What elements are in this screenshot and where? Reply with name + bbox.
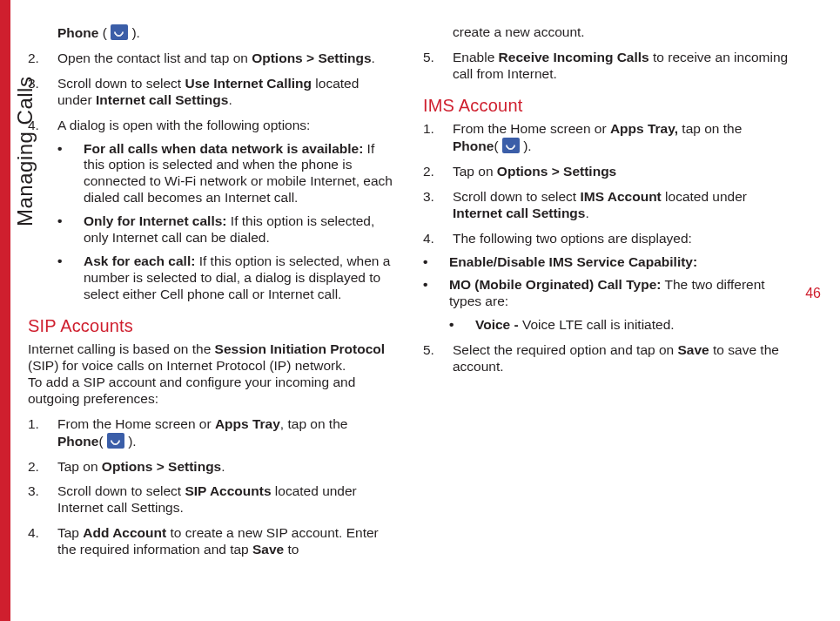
text-bold: MO (Mobile Orginated) Call Type: — [449, 277, 661, 292]
bullet-icon: • — [423, 277, 449, 310]
list-item: 3. Scroll down to select SIP Accounts lo… — [28, 483, 393, 516]
text: From the Home screen or — [453, 121, 610, 136]
text: Scroll down to select — [57, 76, 185, 91]
text: From the Home screen or — [57, 416, 215, 431]
list-item: • For all calls when data network is ava… — [57, 141, 393, 207]
bullet-body: Voice - Voice LTE call is initiated. — [475, 317, 789, 334]
bullet-icon: • — [57, 253, 84, 303]
text: . — [585, 206, 588, 220]
list-item: 5. Select the required option and tap on… — [423, 342, 789, 375]
step-body: Scroll down to select Use Internet Calli… — [57, 76, 393, 109]
step-number: 1. — [423, 121, 453, 155]
column-left: Phone ( ). 2. Open the contact list and … — [28, 24, 393, 558]
text: ( — [494, 138, 501, 153]
bullet-list-ims: • Enable/Disable IMS Service Capability:… — [423, 254, 789, 311]
text-bold: Internet call Settings — [96, 92, 228, 107]
continued-line: Phone ( ). — [28, 24, 393, 42]
text-bold: Save — [678, 342, 709, 357]
ordered-steps-ims: 1. From the Home screen or Apps Tray, ta… — [423, 121, 789, 246]
phone-icon — [502, 138, 520, 153]
step-body: From the Home screen or Apps Tray, tap o… — [453, 121, 789, 155]
text-bold: Ask for each call: — [84, 253, 195, 268]
heading-sip-accounts: SIP Accounts — [28, 315, 393, 336]
text: Select the required option and tap on — [453, 342, 678, 357]
bullet-icon: • — [423, 254, 449, 271]
paragraph: Internet calling is based on the Session… — [28, 341, 393, 375]
text-bold: Enable/Disable IMS Service Capability: — [449, 254, 789, 271]
list-item: 1. From the Home screen or Apps Tray, ta… — [28, 416, 393, 450]
bullet-icon: • — [449, 317, 475, 334]
step-body: Tap Add Account to create a new SIP acco… — [57, 525, 393, 558]
list-item: • Voice - Voice LTE call is initiated. — [449, 317, 789, 334]
step-number: 2. — [28, 51, 57, 67]
phone-icon — [111, 24, 128, 40]
step-body: Enable Receive Incoming Calls to receive… — [453, 50, 789, 83]
step-body: Scroll down to select IMS Account locate… — [453, 189, 789, 222]
text-bold: Options > Settings — [252, 51, 371, 65]
sub-block: • For all calls when data network is ava… — [28, 141, 393, 303]
text-bold: Only for Internet calls: — [84, 213, 227, 228]
bullet-icon: • — [57, 141, 84, 207]
text-bold: IMS Account — [580, 189, 661, 204]
list-item: 3. Scroll down to select Use Internet Ca… — [28, 76, 393, 109]
bullet-body: For all calls when data network is avail… — [84, 141, 393, 207]
phone-icon — [107, 433, 124, 449]
step-number: 4. — [423, 231, 453, 247]
step-body: The following two options are displayed: — [453, 231, 789, 247]
text: tap on the — [678, 121, 742, 136]
text: Enable — [453, 50, 499, 64]
step-number: 5. — [423, 50, 453, 83]
text: ( — [98, 25, 111, 40]
step-number: 3. — [423, 189, 453, 222]
list-item: 5. Enable Receive Incoming Calls to rece… — [423, 50, 789, 83]
text: ). — [124, 434, 137, 449]
text-bold: Save — [252, 542, 284, 557]
list-item: • MO (Mobile Orginated) Call Type: The t… — [423, 277, 789, 310]
list-item: • Enable/Disable IMS Service Capability: — [423, 254, 789, 271]
list-item: • Ask for each call: If this option is s… — [57, 253, 393, 303]
text: . — [372, 51, 375, 65]
ordered-steps: 2. Open the contact list and tap on Opti… — [28, 51, 393, 134]
text: ( — [98, 434, 106, 449]
text: to — [284, 542, 299, 557]
step-body: Scroll down to select SIP Accounts locat… — [57, 483, 393, 516]
step-body: Tap on Options > Settings — [453, 164, 789, 180]
text-bold: Apps Tray — [215, 416, 280, 431]
list-item: 4. The following two options are display… — [423, 231, 789, 247]
step-number: 3. — [28, 483, 57, 516]
text-bold: Voice - — [475, 317, 519, 332]
list-item: 4. A dialog is open with the following o… — [28, 118, 393, 134]
step-number: 2. — [423, 164, 453, 180]
text: Tap on — [453, 164, 497, 179]
text: Tap on — [57, 459, 102, 474]
list-item: • Only for Internet calls: If this optio… — [57, 213, 393, 246]
step-body: Tap on Options > Settings. — [57, 459, 393, 476]
text: Internet calling is based on the — [28, 341, 215, 356]
bullet-body: MO (Mobile Orginated) Call Type: The two… — [449, 277, 789, 310]
red-accent-bar — [0, 0, 10, 621]
text: . — [228, 92, 232, 107]
text-bold: Internet call Settings — [453, 206, 585, 220]
column-right: create a new account. 5. Enable Receive … — [423, 24, 789, 558]
text: Voice LTE call is initiated. — [519, 317, 675, 332]
page: Managing Calls 46 Phone ( ). 2. Open the… — [0, 0, 840, 621]
text-bold: Add Account — [83, 525, 166, 540]
text-bold: Receive Incoming Calls — [499, 50, 649, 64]
sub-block: • Voice - Voice LTE call is initiated. — [423, 317, 789, 334]
list-item: 4. Tap Add Account to create a new SIP a… — [28, 525, 393, 558]
bullet-body: Ask for each call: If this option is sel… — [84, 253, 393, 303]
step-number: 4. — [28, 118, 57, 134]
bullet-list-nested: • Voice - Voice LTE call is initiated. — [449, 317, 789, 334]
list-item: 1. From the Home screen or Apps Tray, ta… — [423, 121, 789, 155]
step-body: Select the required option and tap on Sa… — [453, 342, 789, 375]
bullet-list: • For all calls when data network is ava… — [57, 141, 393, 303]
text: ). — [128, 25, 140, 40]
text-bold: For all calls when data network is avail… — [84, 141, 363, 156]
list-item: 3. Scroll down to select IMS Account loc… — [423, 189, 789, 222]
bullet-body: Only for Internet calls: If this option … — [84, 213, 393, 246]
text: Open the contact list and tap on — [57, 51, 252, 65]
ordered-steps-sip: 1. From the Home screen or Apps Tray, ta… — [28, 416, 393, 558]
ordered-steps-ims-end: 5. Select the required option and tap on… — [423, 342, 789, 375]
text-bold: Phone — [57, 25, 98, 40]
text-bold: Use Internet Calling — [185, 76, 312, 91]
